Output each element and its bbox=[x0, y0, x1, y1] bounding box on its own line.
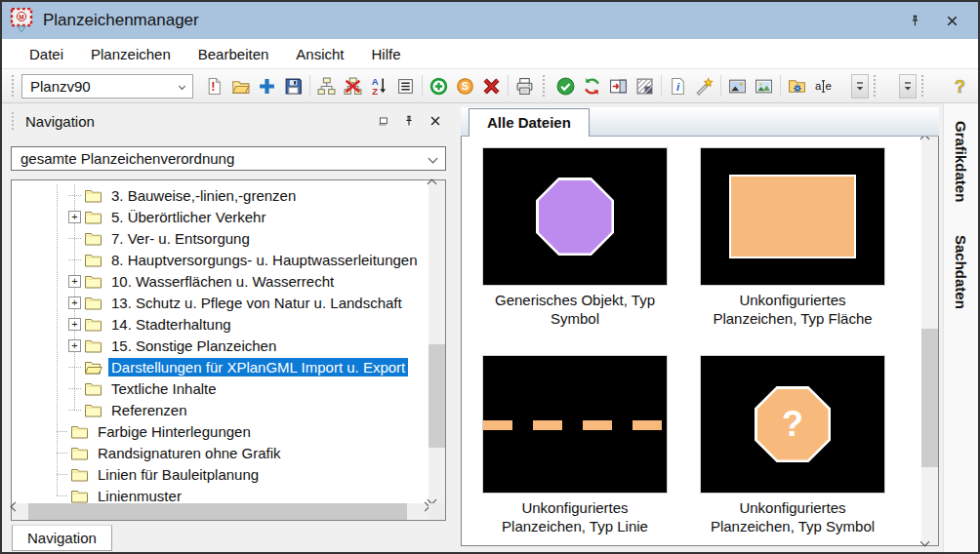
scrollbar-thumb[interactable] bbox=[429, 344, 445, 448]
tree-item[interactable]: 3. Bauweise,-linien,-grenzen bbox=[12, 184, 429, 206]
tree-item[interactable]: Linienmuster bbox=[12, 485, 429, 503]
delete-x-button[interactable] bbox=[478, 73, 505, 99]
image-icon bbox=[728, 77, 747, 96]
menu-hilfe[interactable]: Hilfe bbox=[358, 41, 415, 67]
tile-image bbox=[482, 147, 668, 286]
tree-item[interactable]: Farbige Hinterlegungen bbox=[12, 420, 429, 442]
profile-combobox[interactable]: Planzv90 bbox=[21, 74, 193, 99]
sitemap-icon bbox=[317, 77, 336, 96]
image-photo-button[interactable] bbox=[751, 73, 777, 99]
overflow-down-button[interactable] bbox=[851, 74, 869, 99]
planzeichenmanager-window: M Planzeichenmanager DateiPlanzeichenBea… bbox=[0, 0, 980, 554]
add-plus-button[interactable] bbox=[254, 73, 280, 99]
image-button[interactable] bbox=[724, 73, 751, 99]
tree-item[interactable]: +14. Stadterhaltung bbox=[12, 313, 429, 335]
scrollbar-thumb[interactable] bbox=[28, 503, 407, 520]
scrollbar-thumb[interactable] bbox=[921, 329, 938, 467]
title-bar[interactable]: M Planzeichenmanager bbox=[2, 2, 978, 39]
info-document-icon: i bbox=[669, 77, 687, 96]
info-document-button[interactable]: i bbox=[665, 73, 691, 99]
add-circle-button[interactable] bbox=[426, 73, 452, 99]
magic-wand-button[interactable] bbox=[691, 73, 717, 99]
tree-vertical-scrollbar[interactable] bbox=[429, 180, 445, 503]
scroll-up-button[interactable] bbox=[921, 136, 938, 152]
tree-item[interactable]: +15. Sonstige Planzeichen bbox=[12, 335, 429, 356]
tree-item[interactable]: Randsignaturen ohne Grafik bbox=[12, 442, 429, 463]
tree-item-label: 3. Bauweise,-linien,-grenzen bbox=[108, 186, 299, 205]
scroll-right-button[interactable] bbox=[412, 503, 429, 520]
scroll-up-button[interactable] bbox=[429, 180, 445, 197]
scroll-left-button[interactable] bbox=[12, 503, 28, 520]
sort-az-button[interactable]: AZ bbox=[366, 73, 392, 99]
open-folder-button[interactable] bbox=[227, 73, 254, 99]
tab-alle-dateien[interactable]: Alle Dateien bbox=[469, 108, 590, 137]
tree-expander[interactable]: + bbox=[68, 339, 81, 352]
tile-caption: Unkonfiguriertes Planzeichen, Typ Fläche bbox=[700, 291, 885, 328]
planzeichen-tile[interactable]: Unkonfiguriertes Planzeichen, Typ Fläche bbox=[700, 147, 885, 328]
tree-item[interactable]: Textliche Inhalte bbox=[12, 377, 429, 399]
tree-item[interactable]: +5. Überörtlicher Verkehr bbox=[12, 206, 429, 227]
menu-bearbeiten[interactable]: Bearbeiten bbox=[184, 41, 283, 67]
tree-expander[interactable]: + bbox=[68, 275, 81, 288]
close-button[interactable] bbox=[426, 111, 445, 131]
new-document-button[interactable]: ! bbox=[201, 73, 227, 99]
coin-button[interactable]: S bbox=[452, 73, 478, 99]
refresh-button[interactable] bbox=[579, 73, 605, 99]
toolbar-grip[interactable] bbox=[543, 75, 548, 97]
pin-button[interactable] bbox=[399, 111, 419, 131]
toolbar-grip[interactable] bbox=[874, 75, 878, 97]
scroll-down-button[interactable] bbox=[429, 487, 445, 503]
menu-planzeichen[interactable]: Planzeichen bbox=[77, 41, 184, 67]
close-icon bbox=[429, 114, 442, 128]
restore-button[interactable] bbox=[373, 111, 392, 131]
toolbar-grip[interactable] bbox=[921, 75, 926, 97]
folder-settings-button[interactable] bbox=[784, 73, 810, 99]
folder-icon bbox=[84, 381, 102, 396]
check-circle-button[interactable] bbox=[552, 73, 579, 99]
tree-expander[interactable]: + bbox=[68, 318, 81, 331]
tree-item-label: 15. Sonstige Planzeichen bbox=[108, 336, 279, 355]
rename-button[interactable]: ae bbox=[810, 73, 837, 99]
content-vertical-scrollbar[interactable] bbox=[921, 136, 938, 545]
tree-item[interactable]: +10. Wasserflächen u. Wasserrecht bbox=[12, 270, 429, 292]
tree-item-label: Textliche Inhalte bbox=[108, 379, 220, 398]
chevron-down-icon bbox=[920, 537, 930, 547]
panel-toggle-icon bbox=[609, 77, 628, 96]
print-button[interactable] bbox=[511, 73, 538, 99]
tree-item[interactable]: Referenzen bbox=[12, 399, 429, 420]
sitemap-button[interactable] bbox=[313, 73, 340, 99]
tree-item[interactable]: 8. Hauptversorgungs- u. Hauptwasserleitu… bbox=[12, 249, 429, 270]
filter-combobox[interactable]: gesamte Planzeichenverordnung bbox=[11, 146, 446, 171]
tree-connector-line bbox=[68, 195, 81, 196]
navigation-panel-header[interactable]: Navigation bbox=[8, 107, 449, 135]
tree-item-label: Linien für Bauleitplanung bbox=[95, 465, 262, 484]
sitemap-delete-button[interactable] bbox=[340, 73, 366, 99]
tree-horizontal-scrollbar[interactable] bbox=[12, 503, 429, 520]
help-button[interactable]: ? bbox=[947, 73, 973, 99]
hatch-pattern-button[interactable] bbox=[632, 73, 658, 99]
tree-item[interactable]: +13. Schutz u. Pflege von Natur u. Lands… bbox=[12, 292, 429, 313]
planzeichen-tile[interactable]: Unkonfiguriertes Planzeichen, Typ Linie bbox=[482, 355, 668, 535]
tree-item[interactable]: Linien für Bauleitplanung bbox=[12, 463, 429, 485]
close-button[interactable] bbox=[941, 10, 962, 31]
tree-expander[interactable]: + bbox=[68, 297, 81, 309]
scroll-down-button[interactable] bbox=[921, 529, 938, 545]
tab-navigation-bottom[interactable]: Navigation bbox=[12, 525, 112, 551]
tree-expander[interactable]: + bbox=[68, 211, 81, 223]
tab-grafikdaten[interactable]: Grafikdaten bbox=[953, 115, 969, 208]
save-button[interactable] bbox=[280, 73, 306, 99]
tree-item-label: Randsignaturen ohne Grafik bbox=[95, 444, 284, 462]
planzeichen-tile[interactable]: Generisches Objekt, Typ Symbol bbox=[482, 147, 668, 328]
toolbar-grip[interactable] bbox=[12, 75, 17, 97]
list-lines-button[interactable] bbox=[392, 73, 419, 99]
planzeichen-tile[interactable]: ?Unkonfiguriertes Planzeichen, Typ Symbo… bbox=[700, 355, 885, 535]
panel-toggle-button[interactable] bbox=[605, 73, 632, 99]
tree-connector-line bbox=[68, 410, 81, 411]
tab-sachdaten[interactable]: Sachdaten bbox=[953, 229, 969, 315]
menu-datei[interactable]: Datei bbox=[16, 41, 77, 67]
overflow-down-button[interactable] bbox=[899, 74, 917, 99]
tree-item[interactable]: 7. Ver- u. Entsorgung bbox=[12, 227, 429, 249]
menu-ansicht[interactable]: Ansicht bbox=[282, 41, 357, 67]
pin-button[interactable] bbox=[904, 10, 925, 31]
tree-item[interactable]: Darstellungen für XPlanGML Import u. Exp… bbox=[12, 356, 429, 377]
